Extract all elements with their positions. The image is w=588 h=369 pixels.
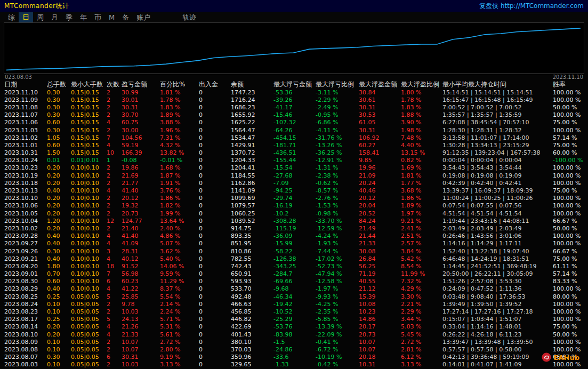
menu-item-M[interactable]: M (105, 12, 118, 22)
column-header-deposit_withdrawal[interactable]: 出入金 (199, 80, 231, 89)
cell-date: 2023.09.28 (4, 232, 47, 239)
cell-deposit_withdrawal: 0 (199, 301, 231, 308)
table-row[interactable]: 2023.08.080.100.05|0.05210.072.80 %0370.… (0, 346, 588, 353)
table-row[interactable]: 2023.11.100.300.15|0.15230.991.81 %01747… (0, 89, 588, 96)
table-row[interactable]: 2023.08.100.200.05|0.05421.335.61 %0401.… (0, 331, 588, 338)
menu-item-轨迹[interactable]: 轨迹 (179, 12, 200, 22)
table-row[interactable]: 2023.08.070.300.05|0.05630.319.19 %0359.… (0, 354, 588, 361)
cell-pnl_percent: 1.99 % (160, 210, 199, 217)
menu-item-综[interactable]: 综 (4, 12, 19, 22)
cell-balance: 1747.23 (231, 89, 273, 96)
column-header-pnl_percent[interactable]: 百分比% (160, 80, 199, 89)
column-header-hold_time_min_avg_max[interactable]: 最小平均最大持仓时间 (442, 80, 553, 89)
menu-item-月[interactable]: 月 (47, 12, 62, 22)
cell-pnl_amount: 30.31 (122, 104, 160, 111)
table-row[interactable]: 2023.08.140.200.05|0.05421.265.31 %0422.… (0, 323, 588, 331)
table-row[interactable]: 2023.10.050.200.10|0.10220.731.99 %01060… (0, 210, 588, 217)
table-row[interactable]: 2023.08.230.100.05|0.05210.032.24 %0456.… (0, 308, 588, 315)
column-header-balance[interactable]: 余额 (231, 80, 273, 89)
cell-trade_count: 4 (107, 232, 122, 239)
table-row[interactable]: 2023.10.190.200.10|0.10221.691.87 %01184… (0, 172, 588, 179)
table-row[interactable]: 2023.09.210.400.10|0.10440.125.40 %0782.… (0, 255, 588, 262)
cell-win_rate: 57.14 % (553, 270, 586, 277)
table-row[interactable]: 2023.08.300.600.10|0.10660.2311.29 %0593… (0, 278, 588, 285)
cell-balance: 1039.52 (231, 218, 273, 224)
menu-item-年[interactable]: 年 (76, 12, 91, 22)
column-header-total_lots[interactable]: 总手数 (47, 80, 71, 89)
cell-min_max_lots: 0.15|0.15 (71, 89, 107, 96)
table-row[interactable]: 2023.08.090.100.05|0.05210.072.72 %0380.… (0, 338, 588, 346)
column-header-trade_count[interactable]: 次数 (107, 80, 122, 89)
cell-max_float_profit_pct: 3.44 % (401, 316, 442, 323)
table-row[interactable]: 2023.09.270.400.10|0.10441.095.07 %0851.… (0, 240, 588, 247)
table-row[interactable]: 2023.08.240.100.05|0.0529.782.14 %0466.6… (0, 300, 588, 308)
table-row[interactable]: 2023.09.280.400.10|0.10441.404.86 %0893.… (0, 232, 588, 240)
table-row[interactable]: 2023.11.060.600.15|0.15460.753.88 %01625… (0, 119, 588, 126)
cell-trade_count: 12 (107, 218, 122, 224)
table-row[interactable]: 2023.08.030.100.05|0.05210.033.13 %0329.… (0, 361, 588, 368)
table-row[interactable]: 2023.11.090.300.15|0.15230.011.78 %01716… (0, 96, 588, 103)
cell-max_float_profit: 21.33 (359, 240, 401, 247)
cell-balance: 456.85 (231, 308, 273, 315)
table-row[interactable]: 2023.09.260.300.10|0.10328.313.62 %0810.… (0, 247, 588, 255)
column-header-max_float_loss_pct[interactable]: 最大浮亏比例 (316, 80, 359, 89)
brand-link[interactable]: 复盘侠 http://MTCommander.com (479, 2, 584, 11)
table-row[interactable]: 2023.10.100.200.10|0.10220.121.86 %01099… (0, 195, 588, 202)
menu-item-周[interactable]: 周 (33, 12, 47, 22)
cell-max_float_profit_pct: 1.77 % (401, 180, 442, 187)
table-row[interactable]: 2023.11.010.600.15|0.15459.194.32 %01429… (0, 141, 588, 149)
cell-pnl_amount: 104.56 (122, 134, 160, 141)
table-row[interactable]: 2023.11.080.300.15|0.15230.311.83 %01686… (0, 103, 588, 111)
column-header-max_float_profit_pct[interactable]: 最大浮盈比例 (401, 80, 442, 89)
menu-item-账户[interactable]: 账户 (133, 12, 154, 22)
menu-item-季[interactable]: 季 (62, 12, 76, 22)
table-row[interactable]: 2023.11.021.050.15|0.157104.567.31 %0153… (0, 134, 588, 141)
cell-max_float_loss: -308.28 (273, 218, 316, 224)
cell-date: 2023.09.21 (4, 255, 47, 262)
table-row[interactable]: 2023.10.060.200.10|0.10219.321.82 %01079… (0, 202, 588, 210)
table-row[interactable]: 2023.10.020.200.10|0.10221.402.40 %0914.… (0, 224, 588, 232)
column-header-max_float_loss[interactable]: 最大浮亏金额 (273, 80, 316, 89)
cell-max_float_loss: -41.17 (273, 104, 316, 111)
cell-date: 2023.08.03 (4, 361, 47, 368)
table-row[interactable]: 2023.09.201.800.10|0.101891.5214.06 %074… (0, 262, 588, 270)
column-header-pnl_amount[interactable]: 盈亏金额 (122, 80, 160, 89)
table-row[interactable]: 2023.10.240.010.01|0.011-0.08-0.01 %0120… (0, 157, 588, 164)
table-row[interactable]: 2023.09.010.700.10|0.10756.989.59 %0650.… (0, 270, 588, 278)
column-header-date[interactable]: 日期 (4, 80, 47, 89)
table-row[interactable]: 2023.10.311.500.15|0.1510166.3913.82 %01… (0, 149, 588, 157)
cell-max_float_profit_pct: 2.81 % (401, 346, 442, 353)
cell-max_float_profit_pct: 1.81 % (401, 172, 442, 179)
menu-item-币[interactable]: 币 (91, 12, 105, 22)
cell-max_float_profit: 10.07 (359, 346, 401, 353)
table-row[interactable]: 2023.11.030.300.15|0.15230.001.96 %01564… (0, 126, 588, 134)
table-row[interactable]: 2023.10.041.200.10|0.1012124.7713.64 %01… (0, 217, 588, 224)
table-row[interactable]: 2023.11.070.300.15|0.15230.701.89 %01655… (0, 111, 588, 119)
table-row[interactable]: 2023.08.170.250.05|0.05524.135.71 %0446.… (0, 316, 588, 323)
cell-total_lots: 0.30 (47, 111, 71, 118)
cell-date: 2023.10.13 (4, 187, 47, 194)
table-row[interactable]: 2023.10.180.200.10|0.10221.771.91 %01162… (0, 179, 588, 187)
table-row[interactable]: 2023.10.130.400.10|0.10441.403.76 %01141… (0, 187, 588, 194)
table-row[interactable]: 2023.08.290.400.10|0.10441.228.37 %0533.… (0, 285, 588, 293)
table-row[interactable]: 2023.08.250.250.05|0.05525.855.54 %0492.… (0, 293, 588, 300)
cell-date: 2023.10.05 (4, 210, 47, 217)
column-header-min_max_lots[interactable]: 最小大手数 (71, 80, 107, 89)
cell-deposit_withdrawal: 0 (199, 232, 231, 239)
table-row[interactable]: 2023.10.230.200.10|0.10219.861.68 %01204… (0, 164, 588, 172)
cell-min_max_lots: 0.10|0.10 (71, 232, 107, 239)
cell-max_float_profit: 26.84 (359, 255, 401, 262)
menu-item-备[interactable]: 备 (118, 12, 133, 22)
cell-hold_time_min_avg_max: 0:15:07 | 1:03:44 | 1:51:07 (442, 316, 553, 323)
cell-total_lots: 0.01 (47, 157, 71, 164)
cell-pnl_amount: 56.98 (122, 270, 160, 277)
cell-max_float_loss: -1.33 (273, 361, 316, 368)
cell-pnl_percent: 5.71 % (160, 316, 199, 323)
cell-max_float_loss: -15.54 (273, 164, 316, 171)
cell-hold_time_min_avg_max: 15:14:51 | 15:14:51 | 15:14:51 (442, 89, 553, 96)
menu-item-日[interactable]: 日 (19, 12, 33, 22)
column-header-max_float_profit[interactable]: 最大浮盈金额 (359, 80, 401, 89)
cell-total_lots: 0.40 (47, 240, 71, 247)
cell-hold_time_min_avg_max: 13:39:47 | 13:39:48 | 13:39:50 (442, 339, 553, 346)
column-header-win_rate[interactable]: 胜率 (553, 80, 586, 89)
